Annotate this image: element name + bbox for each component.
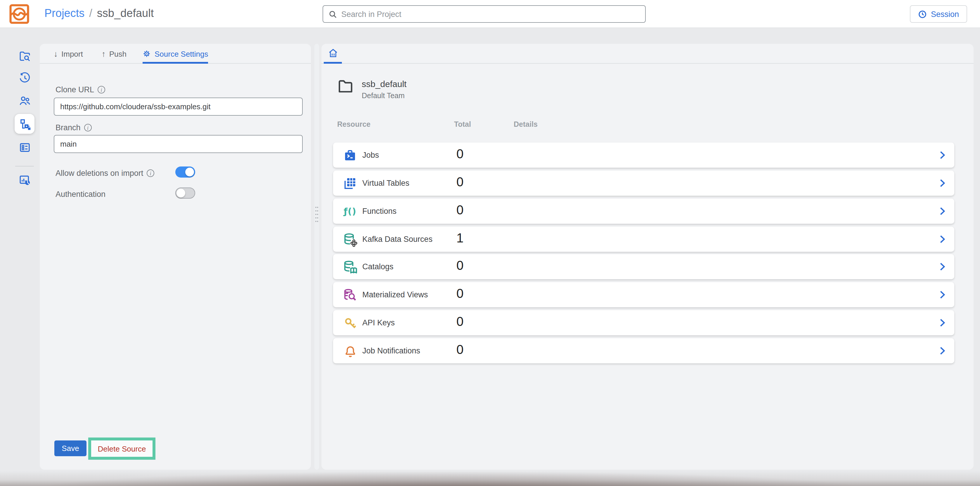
session-button-label: Session [931,10,959,18]
app-root: Projects / ssb_default Session [0,0,980,486]
kafka-data-source-icon [343,232,357,247]
breadcrumb-current-project: ssb_default [97,7,154,20]
ssb-logo[interactable] [9,3,30,25]
project-search [323,5,646,23]
clone-url-label: Clone URL i [56,85,105,94]
gear-icon [143,50,151,58]
drag-dots-icon [315,206,318,224]
authentication-label: Authentication [56,190,105,199]
catalogs-icon [343,260,357,274]
delete-source-highlight: Delete Source [88,438,156,460]
resource-row-kafka-data-sources[interactable]: Kafka Data Sources 1 [333,227,954,252]
left-panel-tabs: ↓ Import ↑ Push Source Settings [40,44,311,64]
api-keys-icon [343,316,357,330]
authentication-toggle[interactable] [175,187,195,199]
tab-push-label: Push [109,49,127,58]
tab-source-settings-label: Source Settings [154,49,208,58]
breadcrumb-separator: / [89,7,92,20]
top-header: Projects / ssb_default Session [0,0,980,28]
search-input[interactable] [341,10,645,18]
chevron-right-icon[interactable] [937,318,947,328]
chevron-right-icon[interactable] [937,178,947,188]
resource-row-materialized-views[interactable]: Materialized Views 0 [333,282,954,307]
chevron-right-icon[interactable] [937,346,947,356]
sidebar-item-history[interactable] [14,68,35,87]
search-icon [328,10,337,18]
clone-url-input[interactable] [54,98,303,116]
resource-row-api-keys[interactable]: API Keys 0 [333,310,954,335]
sidebar-item-explorer[interactable] [14,46,35,66]
right-panel-tabs [321,44,974,64]
monitoring-icon [18,174,31,186]
chevron-right-icon[interactable] [937,234,947,244]
resource-row-virtual-tables[interactable]: Virtual Tables 0 [333,171,954,196]
column-total: Total [454,120,471,129]
tab-import[interactable]: ↓ Import [54,44,83,64]
catalogs-total: 0 [457,258,464,273]
project-explorer-icon [18,50,31,62]
allow-deletions-toggle[interactable] [175,167,195,178]
save-button[interactable]: Save [54,440,86,456]
functions-total: 0 [457,203,464,218]
job-notifications-total: 0 [457,342,464,357]
resource-row-jobs[interactable]: Jobs 0 [333,143,954,168]
materialized-views-icon [343,288,357,302]
chevron-right-icon[interactable] [937,150,947,160]
sidebar-item-console[interactable] [14,137,35,157]
jobs-icon [343,148,357,162]
project-header: ssb_default Default Team [338,79,406,100]
tab-push[interactable]: ↑ Push [102,44,127,64]
info-icon[interactable]: i [147,169,154,177]
breadcrumb: Projects / ssb_default [45,7,154,20]
tab-import-label: Import [61,49,83,58]
panel-resizer-handle[interactable] [314,44,319,470]
notifications-icon [343,345,357,358]
chevron-right-icon[interactable] [937,206,947,216]
api-keys-total: 0 [457,314,464,329]
project-team: Default Team [362,92,406,100]
home-icon [328,48,338,58]
users-icon [18,94,31,106]
tab-source-settings[interactable]: Source Settings [143,44,208,64]
clock-icon [918,10,927,18]
resource-row-job-notifications[interactable]: Job Notifications 0 [333,338,954,363]
branch-input[interactable] [54,135,303,153]
source-control-icon [18,118,31,130]
sidebar-item-users[interactable] [14,91,35,110]
bottom-window-shadow [0,471,980,486]
virtual-tables-total: 0 [457,175,464,190]
breadcrumb-projects-link[interactable]: Projects [45,7,84,20]
branch-label: Branch i [56,123,92,132]
tab-home[interactable] [324,44,342,64]
chevron-right-icon[interactable] [937,262,947,272]
console-icon [18,141,31,153]
column-details: Details [514,120,538,129]
arrow-down-icon: ↓ [54,49,58,59]
kafka-data-sources-total: 1 [457,231,464,246]
resource-row-catalogs[interactable]: Catalogs 0 [333,254,954,279]
info-icon[interactable]: i [98,86,105,94]
resource-row-functions[interactable]: ƒ() Functions 0 [333,199,954,224]
jobs-total: 0 [457,147,464,162]
session-button[interactable]: Session [910,5,967,23]
info-icon[interactable]: i [84,124,92,132]
history-icon [18,71,31,84]
virtual-tables-icon [343,176,357,191]
delete-source-button[interactable]: Delete Source [98,444,146,453]
project-name: ssb_default [362,79,406,89]
column-resource: Resource [337,120,371,129]
functions-icon: ƒ() [344,206,356,217]
materialized-views-total: 0 [457,286,464,302]
folder-icon [338,79,353,94]
git-settings-panel: ↓ Import ↑ Push Source Settings [40,44,311,470]
sidebar-divider [15,166,34,167]
project-home-panel: ssb_default Default Team Resource Total … [321,44,974,470]
sidebar-item-monitoring[interactable] [14,170,35,190]
chevron-right-icon[interactable] [937,290,947,300]
sidebar-item-source-control[interactable] [14,114,35,134]
allow-deletions-label: Allow deletions on import i [56,169,154,178]
arrow-up-icon: ↑ [102,49,106,59]
